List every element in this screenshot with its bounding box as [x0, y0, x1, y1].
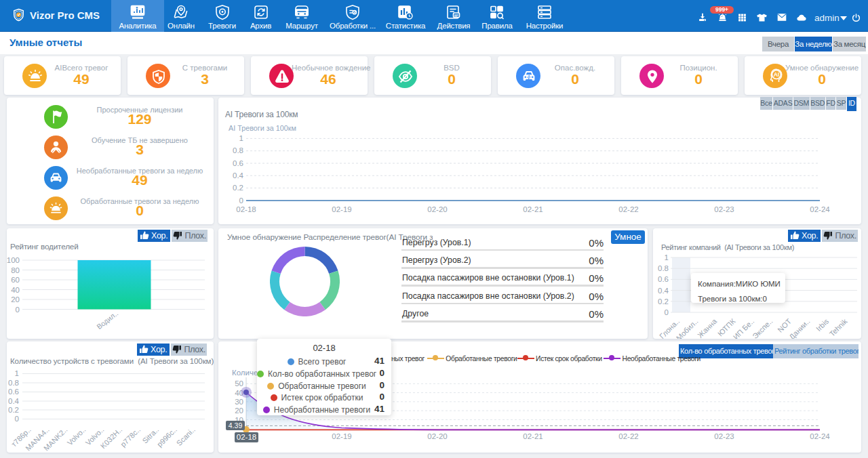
svg-text:02-19: 02-19 [332, 205, 351, 213]
svg-text:0.8: 0.8 [8, 379, 19, 387]
svg-text:0.2: 0.2 [233, 184, 243, 192]
svg-text:1: 1 [239, 134, 243, 142]
svg-text:100: 100 [7, 256, 20, 264]
svg-text:Scani..: Scani.. [175, 425, 197, 447]
svg-text:Жанна: Жанна [696, 316, 719, 339]
svg-text:30: 30 [235, 398, 243, 406]
svg-text:02-21: 02-21 [523, 205, 542, 213]
svg-text:0.4: 0.4 [8, 397, 20, 405]
svg-text:20: 20 [235, 407, 243, 415]
svg-text:1: 1 [15, 369, 19, 377]
svg-text:0.2: 0.2 [8, 406, 19, 414]
svg-text:0.6: 0.6 [233, 159, 243, 167]
svg-text:1: 1 [665, 253, 669, 262]
svg-text:02-21: 02-21 [523, 432, 542, 440]
svg-text:Irbis: Irbis [814, 317, 831, 333]
svg-text:02-20: 02-20 [427, 205, 447, 213]
svg-text:02-19: 02-19 [332, 432, 351, 440]
svg-text:Дании..: Дании.. [787, 317, 811, 339]
svg-text:02-23: 02-23 [714, 432, 734, 440]
svg-text:p996c..: p996c.. [155, 425, 178, 449]
svg-text:0: 0 [15, 415, 19, 423]
svg-text:40: 40 [11, 286, 20, 294]
svg-text:02-24: 02-24 [810, 205, 830, 213]
svg-text:0.4: 0.4 [658, 287, 669, 295]
svg-text:0.4: 0.4 [233, 171, 244, 180]
svg-text:02-22: 02-22 [618, 205, 638, 213]
svg-text:Водил..: Водил.. [95, 309, 119, 331]
svg-text:50: 50 [235, 379, 243, 388]
svg-text:Экспе..: Экспе.. [751, 317, 774, 339]
svg-text:0.8: 0.8 [233, 146, 243, 154]
svg-text:02-18: 02-18 [236, 205, 256, 213]
svg-text:Tehnik: Tehnik [828, 317, 849, 338]
svg-text:AI: AI [774, 71, 780, 78]
svg-text:80: 80 [11, 266, 20, 274]
svg-text:0.6: 0.6 [8, 388, 19, 396]
svg-text:60: 60 [11, 276, 20, 284]
svg-text:0.8: 0.8 [658, 264, 669, 272]
svg-text:0.2: 0.2 [658, 297, 669, 306]
svg-text:02-22: 02-22 [618, 432, 638, 440]
svg-text:0.6: 0.6 [658, 275, 669, 283]
svg-text:02-24: 02-24 [810, 432, 830, 440]
svg-text:0: 0 [239, 196, 243, 205]
svg-text:Volvo..: Volvo.. [66, 425, 87, 447]
svg-text:02-20: 02-20 [427, 432, 447, 440]
svg-text:02-23: 02-23 [714, 205, 734, 213]
svg-text:p778c..: p778c.. [119, 425, 142, 449]
svg-text:0: 0 [16, 306, 20, 314]
svg-text:20: 20 [11, 295, 20, 304]
svg-text:0: 0 [665, 308, 669, 316]
